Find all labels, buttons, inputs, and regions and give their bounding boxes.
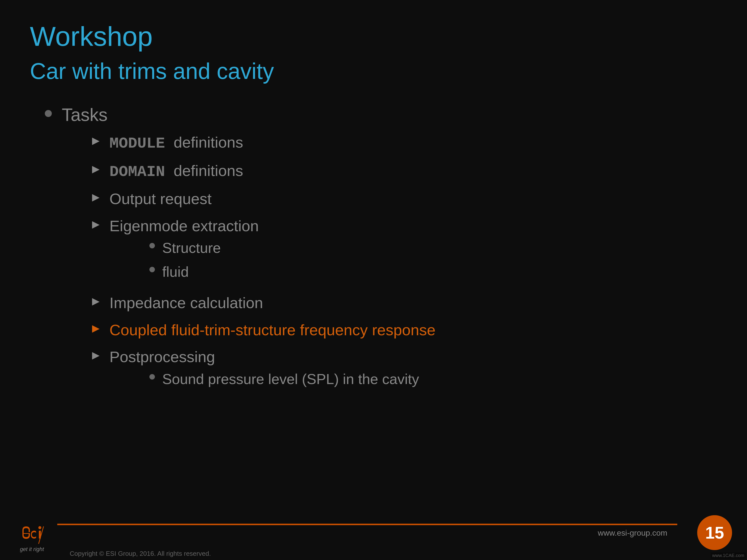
- footer-logo: get it right: [20, 525, 60, 553]
- eigenmode-text: Eigenmode extraction: [109, 217, 259, 235]
- list-item: ► Impedance calculation: [89, 293, 717, 313]
- sub-bullet-dot: [149, 374, 155, 379]
- esi-logo-svg: [20, 525, 60, 545]
- sub-items-list: ► MODULE definitions ► DOMAIN definition…: [45, 132, 717, 393]
- list-item: Structure: [149, 238, 259, 257]
- module-def-text: MODULE definitions: [109, 132, 243, 154]
- list-item: ► DOMAIN definitions: [89, 161, 717, 182]
- arrow-bullet-icon: ►: [89, 134, 102, 147]
- arrow-bullet-icon: ►: [89, 163, 102, 175]
- postprocessing-group: Postprocessing Sound pressure level (SPL…: [109, 347, 419, 393]
- arrow-bullet-icon: ►: [89, 295, 102, 308]
- impedance-text: Impedance calculation: [109, 293, 263, 313]
- eigenmode-children: Structure fluid: [109, 238, 259, 281]
- watermark: www.1CAE.com: [711, 553, 746, 559]
- list-item: Sound pressure level (SPL) in the cavity: [149, 370, 419, 388]
- svg-point-0: [38, 526, 41, 529]
- list-item: ► Coupled fluid-trim-structure frequency…: [89, 320, 717, 340]
- list-item: ► Output request: [89, 189, 717, 209]
- footer-website: www.esi-group.com: [598, 528, 667, 538]
- list-item: fluid: [149, 262, 259, 281]
- slide: Workshop Car with trims and cavity Tasks…: [0, 0, 747, 560]
- footer: get it right www.esi-group.com 15 Copyri…: [0, 515, 747, 560]
- sub-bullet-dot: [149, 267, 155, 272]
- tasks-bullet-dot: [45, 110, 52, 117]
- coupled-text: Coupled fluid-trim-structure frequency r…: [109, 320, 436, 340]
- postprocessing-text: Postprocessing: [109, 348, 215, 365]
- slide-title: Workshop: [30, 20, 717, 53]
- arrow-bullet-icon: ►: [89, 218, 102, 231]
- structure-text: Structure: [162, 238, 221, 257]
- arrow-bullet-icon: ►: [89, 191, 102, 203]
- page-number: 15: [697, 515, 732, 550]
- spl-text: Sound pressure level (SPL) in the cavity: [162, 370, 419, 388]
- footer-line: [57, 524, 677, 525]
- sub-bullet-dot: [149, 243, 155, 248]
- module-keyword: MODULE: [109, 135, 165, 152]
- domain-def-text: DOMAIN definitions: [109, 161, 243, 182]
- slide-subtitle: Car with trims and cavity: [30, 58, 717, 85]
- eigenmode-group: Eigenmode extraction Structure fluid: [109, 216, 259, 286]
- list-item: ► Eigenmode extraction Structure fluid: [89, 216, 717, 286]
- footer-copyright: Copyright © ESI Group, 2016. All rights …: [70, 550, 211, 558]
- content-area: Tasks ► MODULE definitions ► DOMAIN defi…: [30, 105, 717, 393]
- arrow-bullet-icon: ►: [89, 349, 102, 362]
- domain-keyword: DOMAIN: [109, 163, 165, 181]
- tasks-label: Tasks: [62, 105, 108, 125]
- fluid-text: fluid: [162, 262, 189, 281]
- list-item: ► Postprocessing Sound pressure level (S…: [89, 347, 717, 393]
- postprocessing-children: Sound pressure level (SPL) in the cavity: [109, 370, 419, 388]
- get-it-right-label: get it right: [20, 546, 44, 553]
- tasks-bullet: Tasks: [45, 105, 717, 125]
- output-request-text: Output request: [109, 189, 212, 209]
- arrow-bullet-icon: ►: [89, 322, 102, 335]
- list-item: ► MODULE definitions: [89, 132, 717, 154]
